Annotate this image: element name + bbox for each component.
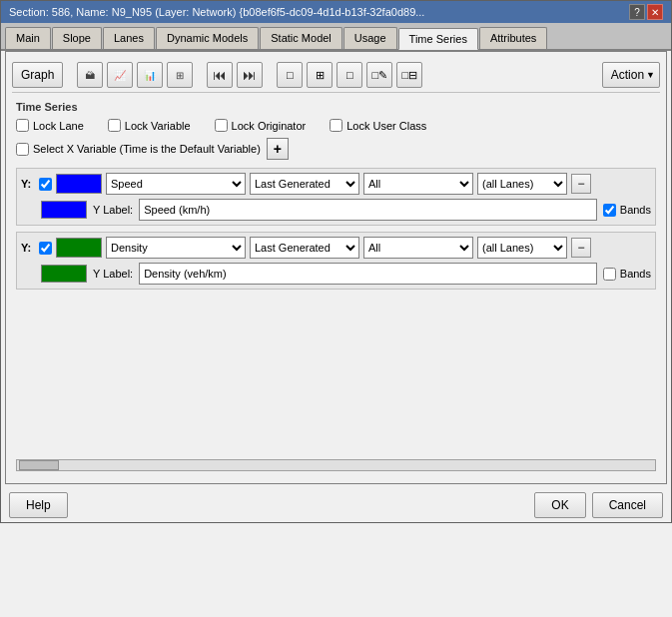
series-2-label-row: Y Label: Bands bbox=[21, 263, 651, 285]
content-panel: Graph 🏔 📈 📊 ⊞ ⏮ ⏭ □ ⊞ □ □✎ □⊟ Action ▼ T… bbox=[5, 51, 667, 484]
icon-btn-4[interactable]: ⊞ bbox=[167, 62, 193, 88]
lock-user-class-item: Lock User Class bbox=[330, 119, 426, 132]
graph-button[interactable]: Graph bbox=[12, 62, 63, 88]
cancel-button[interactable]: Cancel bbox=[592, 492, 663, 518]
icon-btn-2[interactable]: 📈 bbox=[107, 62, 133, 88]
tab-slope[interactable]: Slope bbox=[52, 27, 102, 49]
tab-attributes[interactable]: Attributes bbox=[479, 27, 547, 49]
series-1-color-swatch[interactable] bbox=[41, 201, 87, 219]
checkboxes-area: Lock Lane Lock Variable Lock Originator … bbox=[16, 119, 656, 132]
lock-originator-label: Lock Originator bbox=[232, 120, 307, 132]
skip-forward-button[interactable]: ⏭ bbox=[237, 62, 263, 88]
series-1-remove-button[interactable]: − bbox=[571, 174, 591, 194]
series-1-color-box[interactable] bbox=[56, 174, 102, 194]
lock-originator-checkbox[interactable] bbox=[215, 119, 228, 132]
action-button[interactable]: Action ▼ bbox=[602, 62, 660, 88]
toolbar: Graph 🏔 📈 📊 ⊞ ⏮ ⏭ □ ⊞ □ □✎ □⊟ Action ▼ bbox=[12, 58, 660, 93]
close-title-button[interactable]: ✕ bbox=[647, 4, 663, 20]
series-1-bands-item: Bands bbox=[603, 204, 651, 217]
lock-user-class-label: Lock User Class bbox=[346, 120, 426, 132]
y-label-text-1: Y Label: bbox=[93, 204, 133, 216]
y-label-text-2: Y Label: bbox=[93, 268, 133, 280]
ok-button[interactable]: OK bbox=[534, 492, 585, 518]
scrollbar-thumb[interactable] bbox=[19, 460, 59, 470]
tab-usage[interactable]: Usage bbox=[343, 27, 397, 49]
series-2-color-box[interactable] bbox=[56, 238, 102, 258]
tab-lanes[interactable]: Lanes bbox=[103, 27, 155, 49]
lock-variable-item: Lock Variable bbox=[108, 119, 191, 132]
action-label: Action bbox=[611, 68, 644, 82]
series-2-all-dropdown[interactable]: All bbox=[363, 237, 473, 259]
square-icon-3: □✎ bbox=[372, 69, 388, 82]
action-dropdown-arrow: ▼ bbox=[646, 70, 655, 80]
skip-back-icon: ⏮ bbox=[213, 67, 227, 83]
image-icon-3: 📊 bbox=[144, 70, 156, 81]
lock-lane-label: Lock Lane bbox=[33, 120, 84, 132]
grid-icon: ⊞ bbox=[176, 70, 184, 81]
series-2-lanes-dropdown[interactable]: (all Lanes) bbox=[477, 237, 567, 259]
horizontal-scrollbar[interactable] bbox=[16, 459, 656, 471]
series-2-generated-dropdown[interactable]: Last Generated bbox=[250, 237, 359, 259]
icon-btn-sq2[interactable]: □ bbox=[336, 62, 362, 88]
series-2-color-swatch[interactable] bbox=[41, 265, 87, 283]
series-1-label-row: Y Label: Bands bbox=[21, 199, 651, 221]
help-title-button[interactable]: ? bbox=[629, 4, 645, 20]
series-1-checkbox[interactable] bbox=[39, 178, 52, 191]
icon-btn-grid2[interactable]: ⊞ bbox=[307, 62, 333, 88]
time-series-label: Time Series bbox=[16, 101, 656, 113]
help-button[interactable]: Help bbox=[9, 492, 68, 518]
icon-btn-sq4[interactable]: □⊟ bbox=[396, 62, 422, 88]
series-1-bands-label: Bands bbox=[620, 204, 651, 216]
icon-btn-sq3[interactable]: □✎ bbox=[366, 62, 392, 88]
lock-lane-item: Lock Lane bbox=[16, 119, 84, 132]
series-2-label-input[interactable] bbox=[139, 263, 597, 285]
series-row-1: Y: Speed Last Generated All (all Lanes) bbox=[21, 173, 651, 195]
series-2-bands-label: Bands bbox=[620, 268, 651, 280]
y-label-2: Y: bbox=[21, 242, 35, 254]
series-1-label-input[interactable] bbox=[139, 199, 597, 221]
tab-main[interactable]: Main bbox=[5, 27, 51, 49]
series-1-generated-dropdown[interactable]: Last Generated bbox=[250, 173, 359, 195]
icon-btn-sq1[interactable]: □ bbox=[277, 62, 303, 88]
series-block-2: Y: Density Last Generated All (all Lanes… bbox=[16, 232, 656, 290]
lock-lane-checkbox[interactable] bbox=[16, 119, 29, 132]
lock-user-class-checkbox[interactable] bbox=[330, 119, 342, 132]
series-2-variable-dropdown[interactable]: Density bbox=[106, 237, 246, 259]
y-label-1: Y: bbox=[21, 178, 35, 190]
image-icon-1: 🏔 bbox=[85, 70, 95, 81]
tab-dynamic-models[interactable]: Dynamic Models bbox=[156, 27, 259, 49]
series-1-lanes-dropdown[interactable]: (all Lanes) bbox=[477, 173, 567, 195]
series-1-bands-checkbox[interactable] bbox=[603, 204, 616, 217]
icon-btn-1[interactable]: 🏔 bbox=[77, 62, 103, 88]
lock-originator-item: Lock Originator bbox=[215, 119, 307, 132]
series-1-all-dropdown[interactable]: All bbox=[363, 173, 473, 195]
series-2-checkbox[interactable] bbox=[39, 242, 52, 255]
square-icon-4: □⊟ bbox=[402, 69, 418, 82]
series-2-remove-button[interactable]: − bbox=[571, 238, 591, 258]
title-bar: Section: 586, Name: N9_N95 (Layer: Netwo… bbox=[1, 1, 671, 23]
tabs-row: Main Slope Lanes Dynamic Models Static M… bbox=[1, 23, 671, 51]
tab-static-model[interactable]: Static Model bbox=[260, 27, 342, 49]
x-var-check-item: Select X Variable (Time is the Default V… bbox=[16, 143, 261, 156]
series-1-variable-dropdown[interactable]: Speed bbox=[106, 173, 246, 195]
add-series-button[interactable]: + bbox=[267, 138, 289, 160]
series-2-bands-checkbox[interactable] bbox=[603, 268, 616, 281]
empty-area bbox=[16, 296, 656, 455]
title-text: Section: 586, Name: N9_N95 (Layer: Netwo… bbox=[9, 6, 629, 18]
series-2-bands-item: Bands bbox=[603, 268, 651, 281]
skip-back-button[interactable]: ⏮ bbox=[207, 62, 233, 88]
lock-variable-checkbox[interactable] bbox=[108, 119, 121, 132]
lock-variable-label: Lock Variable bbox=[125, 120, 191, 132]
series-row-2: Y: Density Last Generated All (all Lanes… bbox=[21, 237, 651, 259]
icon-btn-3[interactable]: 📊 bbox=[137, 62, 163, 88]
square-icon-2: □ bbox=[346, 69, 353, 81]
x-variable-label: Select X Variable (Time is the Default V… bbox=[33, 143, 261, 155]
x-variable-checkbox[interactable] bbox=[16, 143, 29, 156]
x-variable-row: Select X Variable (Time is the Default V… bbox=[16, 138, 656, 160]
square-icon-1: □ bbox=[287, 69, 294, 81]
grid-icon-2: ⊞ bbox=[316, 69, 325, 82]
tab-time-series[interactable]: Time Series bbox=[398, 28, 478, 50]
skip-forward-icon: ⏭ bbox=[243, 67, 257, 83]
series-block-1: Y: Speed Last Generated All (all Lanes) bbox=[16, 168, 656, 226]
image-icon-2: 📈 bbox=[114, 70, 126, 81]
